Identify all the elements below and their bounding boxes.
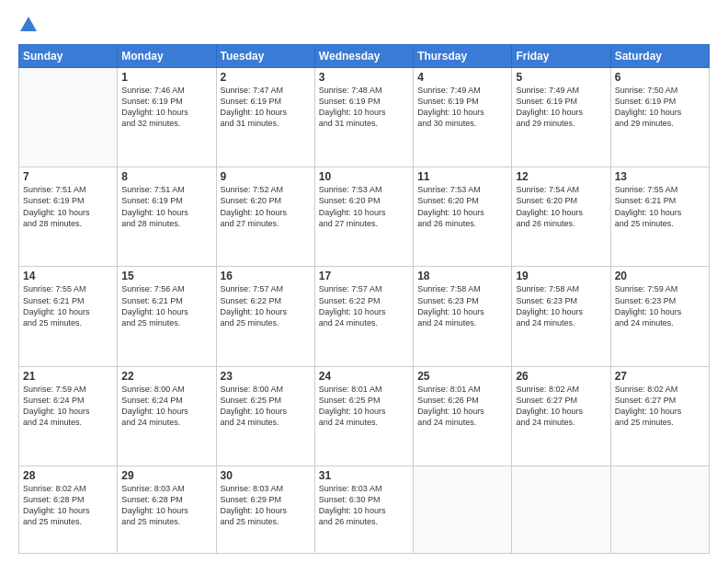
- calendar-cell: [610, 465, 709, 553]
- day-info: Sunrise: 7:46 AM Sunset: 6:19 PM Dayligh…: [121, 85, 211, 130]
- day-info: Sunrise: 7:59 AM Sunset: 6:24 PM Dayligh…: [23, 384, 113, 429]
- calendar-cell: 20Sunrise: 7:59 AM Sunset: 6:23 PM Dayli…: [610, 267, 709, 366]
- day-number: 22: [121, 370, 211, 383]
- calendar-week-row: 14Sunrise: 7:55 AM Sunset: 6:21 PM Dayli…: [19, 267, 710, 366]
- day-info: Sunrise: 8:02 AM Sunset: 6:27 PM Dayligh…: [615, 384, 705, 429]
- day-number: 29: [121, 469, 211, 482]
- calendar-cell: 17Sunrise: 7:57 AM Sunset: 6:22 PM Dayli…: [314, 267, 413, 366]
- day-number: 1: [121, 71, 211, 84]
- day-info: Sunrise: 8:00 AM Sunset: 6:25 PM Dayligh…: [221, 384, 311, 429]
- calendar-cell: 5Sunrise: 7:49 AM Sunset: 6:19 PM Daylig…: [512, 68, 610, 167]
- calendar-cell: 26Sunrise: 8:02 AM Sunset: 6:27 PM Dayli…: [512, 366, 610, 465]
- day-info: Sunrise: 8:00 AM Sunset: 6:24 PM Dayligh…: [121, 384, 211, 429]
- calendar-cell: 23Sunrise: 8:00 AM Sunset: 6:25 PM Dayli…: [216, 366, 314, 465]
- calendar-header-sunday: Sunday: [19, 45, 118, 68]
- calendar-cell: 2Sunrise: 7:47 AM Sunset: 6:19 PM Daylig…: [216, 68, 314, 167]
- day-info: Sunrise: 7:55 AM Sunset: 6:21 PM Dayligh…: [23, 283, 113, 328]
- calendar-cell: 11Sunrise: 7:53 AM Sunset: 6:20 PM Dayli…: [414, 167, 512, 267]
- day-number: 8: [121, 170, 211, 183]
- day-number: 2: [221, 71, 311, 84]
- day-info: Sunrise: 7:55 AM Sunset: 6:21 PM Dayligh…: [615, 184, 705, 229]
- day-info: Sunrise: 8:03 AM Sunset: 6:30 PM Dayligh…: [319, 483, 409, 528]
- day-info: Sunrise: 7:50 AM Sunset: 6:19 PM Dayligh…: [615, 85, 705, 130]
- calendar-header-friday: Friday: [512, 45, 610, 68]
- calendar-header-saturday: Saturday: [610, 45, 709, 68]
- day-number: 17: [319, 270, 409, 282]
- page: SundayMondayTuesdayWednesdayThursdayFrid…: [0, 0, 728, 563]
- day-info: Sunrise: 7:59 AM Sunset: 6:23 PM Dayligh…: [615, 283, 705, 328]
- calendar-cell: 4Sunrise: 7:49 AM Sunset: 6:19 PM Daylig…: [414, 68, 512, 167]
- calendar-cell: 19Sunrise: 7:58 AM Sunset: 6:23 PM Dayli…: [512, 267, 610, 366]
- day-number: 5: [516, 71, 606, 84]
- day-number: 7: [23, 170, 113, 183]
- day-number: 27: [615, 370, 705, 383]
- calendar-header-wednesday: Wednesday: [314, 45, 413, 68]
- day-number: 19: [516, 270, 606, 282]
- calendar-cell: 22Sunrise: 8:00 AM Sunset: 6:24 PM Dayli…: [118, 366, 216, 465]
- day-number: 23: [221, 370, 311, 383]
- calendar-cell: 28Sunrise: 8:02 AM Sunset: 6:28 PM Dayli…: [19, 465, 118, 553]
- calendar-header-thursday: Thursday: [414, 45, 512, 68]
- day-number: 28: [23, 469, 113, 482]
- day-info: Sunrise: 7:57 AM Sunset: 6:22 PM Dayligh…: [221, 283, 311, 328]
- calendar-cell: 25Sunrise: 8:01 AM Sunset: 6:26 PM Dayli…: [414, 366, 512, 465]
- day-info: Sunrise: 8:01 AM Sunset: 6:26 PM Dayligh…: [417, 384, 507, 429]
- calendar-cell: [19, 68, 118, 167]
- day-info: Sunrise: 8:03 AM Sunset: 6:29 PM Dayligh…: [221, 483, 311, 528]
- day-number: 18: [417, 270, 507, 282]
- calendar-week-row: 7Sunrise: 7:51 AM Sunset: 6:19 PM Daylig…: [19, 167, 710, 267]
- calendar-cell: 9Sunrise: 7:52 AM Sunset: 6:20 PM Daylig…: [216, 167, 314, 267]
- day-number: 3: [319, 71, 409, 84]
- calendar-cell: 31Sunrise: 8:03 AM Sunset: 6:30 PM Dayli…: [314, 465, 413, 553]
- day-number: 11: [417, 170, 507, 183]
- day-number: 31: [319, 469, 409, 482]
- logo: [18, 17, 37, 35]
- day-info: Sunrise: 8:02 AM Sunset: 6:28 PM Dayligh…: [23, 483, 113, 528]
- calendar-cell: 1Sunrise: 7:46 AM Sunset: 6:19 PM Daylig…: [118, 68, 216, 167]
- day-number: 21: [23, 370, 113, 383]
- calendar-cell: 7Sunrise: 7:51 AM Sunset: 6:19 PM Daylig…: [19, 167, 118, 267]
- header: [18, 17, 710, 35]
- calendar-cell: 18Sunrise: 7:58 AM Sunset: 6:23 PM Dayli…: [414, 267, 512, 366]
- day-number: 30: [221, 469, 311, 482]
- logo-icon: [20, 17, 37, 31]
- calendar-cell: [512, 465, 610, 553]
- day-number: 25: [417, 370, 507, 383]
- calendar-cell: 13Sunrise: 7:55 AM Sunset: 6:21 PM Dayli…: [610, 167, 709, 267]
- day-info: Sunrise: 7:49 AM Sunset: 6:19 PM Dayligh…: [417, 85, 507, 130]
- day-info: Sunrise: 7:49 AM Sunset: 6:19 PM Dayligh…: [516, 85, 606, 130]
- calendar-cell: 30Sunrise: 8:03 AM Sunset: 6:29 PM Dayli…: [216, 465, 314, 553]
- day-number: 14: [23, 270, 113, 282]
- day-info: Sunrise: 7:51 AM Sunset: 6:19 PM Dayligh…: [23, 184, 113, 229]
- calendar-cell: 3Sunrise: 7:48 AM Sunset: 6:19 PM Daylig…: [314, 68, 413, 167]
- calendar-cell: 27Sunrise: 8:02 AM Sunset: 6:27 PM Dayli…: [610, 366, 709, 465]
- day-info: Sunrise: 7:53 AM Sunset: 6:20 PM Dayligh…: [417, 184, 507, 229]
- day-number: 24: [319, 370, 409, 383]
- day-number: 16: [221, 270, 311, 282]
- day-info: Sunrise: 7:58 AM Sunset: 6:23 PM Dayligh…: [516, 283, 606, 328]
- day-number: 15: [121, 270, 211, 282]
- calendar-table: SundayMondayTuesdayWednesdayThursdayFrid…: [18, 44, 710, 554]
- day-info: Sunrise: 7:57 AM Sunset: 6:22 PM Dayligh…: [319, 283, 409, 328]
- day-number: 6: [615, 71, 705, 84]
- day-info: Sunrise: 7:53 AM Sunset: 6:20 PM Dayligh…: [319, 184, 409, 229]
- calendar-cell: 8Sunrise: 7:51 AM Sunset: 6:19 PM Daylig…: [118, 167, 216, 267]
- calendar-cell: 14Sunrise: 7:55 AM Sunset: 6:21 PM Dayli…: [19, 267, 118, 366]
- calendar-header-tuesday: Tuesday: [216, 45, 314, 68]
- day-number: 12: [516, 170, 606, 183]
- calendar-cell: 15Sunrise: 7:56 AM Sunset: 6:21 PM Dayli…: [118, 267, 216, 366]
- day-number: 10: [319, 170, 409, 183]
- day-number: 20: [615, 270, 705, 282]
- day-info: Sunrise: 7:48 AM Sunset: 6:19 PM Dayligh…: [319, 85, 409, 130]
- calendar-cell: 10Sunrise: 7:53 AM Sunset: 6:20 PM Dayli…: [314, 167, 413, 267]
- day-info: Sunrise: 7:54 AM Sunset: 6:20 PM Dayligh…: [516, 184, 606, 229]
- calendar-header-monday: Monday: [118, 45, 216, 68]
- day-info: Sunrise: 7:58 AM Sunset: 6:23 PM Dayligh…: [417, 283, 507, 328]
- calendar-cell: 16Sunrise: 7:57 AM Sunset: 6:22 PM Dayli…: [216, 267, 314, 366]
- calendar-cell: 6Sunrise: 7:50 AM Sunset: 6:19 PM Daylig…: [610, 68, 709, 167]
- calendar-cell: [414, 465, 512, 553]
- calendar-week-row: 28Sunrise: 8:02 AM Sunset: 6:28 PM Dayli…: [19, 465, 710, 553]
- calendar-cell: 21Sunrise: 7:59 AM Sunset: 6:24 PM Dayli…: [19, 366, 118, 465]
- calendar-cell: 29Sunrise: 8:03 AM Sunset: 6:28 PM Dayli…: [118, 465, 216, 553]
- day-info: Sunrise: 7:56 AM Sunset: 6:21 PM Dayligh…: [121, 283, 211, 328]
